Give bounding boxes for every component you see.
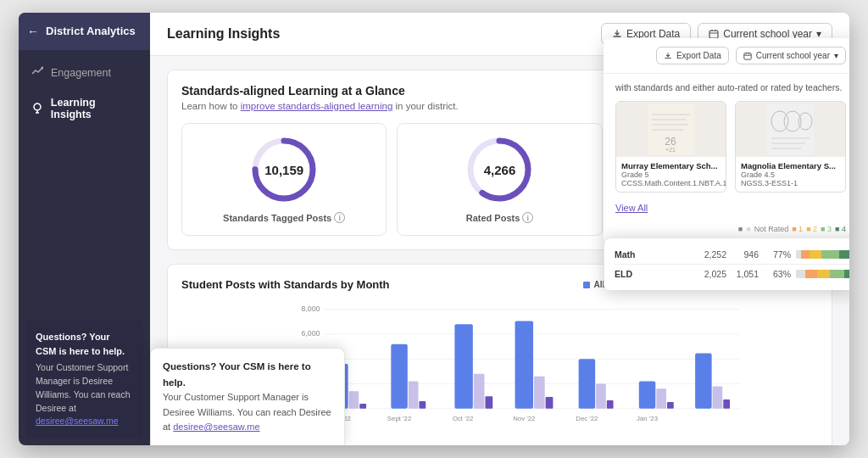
stat-value-0: 10,159 — [264, 163, 303, 177]
table-subject-math: Math — [615, 249, 687, 260]
info-icon-0[interactable]: i — [334, 212, 345, 223]
sidebar-item-learning-insights[interactable]: Learning Insights — [19, 88, 150, 129]
thumbnail-img-1 — [736, 102, 845, 157]
right-chevron-icon: ▾ — [834, 51, 838, 60]
bottom-popup-title: Questions? Your CSM is here to help. — [163, 359, 332, 390]
thumbnail-name-0: Murray Elementary Sch... — [621, 161, 721, 170]
sidebar-nav: Engagement Learning Insights — [19, 50, 150, 313]
thumbnail-info-1: Magnolia Elementary S... Grade 4.5 NGSS.… — [736, 157, 845, 192]
svg-rect-41 — [596, 384, 606, 409]
stat-label-1: Rated Posts i — [466, 212, 534, 223]
stat-value-1: 4,266 — [484, 163, 516, 177]
svg-rect-30 — [419, 401, 426, 409]
page-title: Learning Insights — [167, 26, 280, 42]
svg-rect-25 — [349, 391, 359, 408]
sidebar: ← District Analytics Engagement — [19, 13, 150, 445]
thumbnail-preview-1 — [767, 104, 814, 155]
thumbnail-row: 26 +21 Murray Elementary Sch... Grade 5 … — [615, 101, 846, 193]
svg-rect-29 — [409, 382, 419, 409]
sidebar-item-learning-insights-label: Learning Insights — [51, 97, 138, 120]
mini-bar-math — [796, 250, 849, 259]
right-panel: Export Data Current school year ▾ with s… — [604, 38, 849, 290]
svg-text:Jan '23: Jan '23 — [637, 415, 658, 422]
learning-insights-icon — [31, 102, 44, 116]
legend-dot-all — [583, 282, 590, 288]
svg-text:Sept '22: Sept '22 — [387, 415, 411, 422]
table-row-eld: ELD 2,025 1,051 63% — [615, 264, 849, 283]
right-panel-header: Export Data Current school year ▾ — [604, 38, 849, 74]
svg-rect-51 — [744, 53, 751, 59]
svg-rect-40 — [579, 359, 596, 409]
stat-circle-rated: 4,266 — [465, 136, 533, 204]
thumbnail-name-1: Magnolia Elementary S... — [741, 161, 840, 170]
sidebar-help-email[interactable]: desiree@seesaw.me — [36, 416, 119, 426]
thumbnail-img-0: 26 +21 — [616, 102, 726, 157]
standards-link[interactable]: improve standards-aligned learning — [241, 101, 393, 111]
stat-card-tagged-posts: 10,159 Standards Tagged Posts i — [181, 123, 387, 236]
sidebar-item-engagement-label: Engagement — [51, 67, 111, 79]
svg-text:Nov '22: Nov '22 — [513, 415, 535, 422]
sidebar-title: District Analytics — [46, 25, 136, 38]
stat-label-0: Standards Tagged Posts i — [223, 212, 345, 223]
svg-rect-46 — [667, 402, 674, 409]
thumbnail-standard-1: NGSS.3-ESS1-1 — [741, 179, 840, 187]
thumbnail-grade-1: Grade 4.5 — [741, 170, 840, 179]
bottom-popup: Questions? Your CSM is here to help. You… — [150, 348, 345, 445]
engagement-icon — [31, 65, 44, 80]
thumbnail-card-1: Magnolia Elementary S... Grade 4.5 NGSS.… — [735, 101, 846, 193]
svg-rect-38 — [546, 397, 554, 409]
svg-rect-33 — [474, 374, 485, 409]
sidebar-help-title: Questions? Your CSM is here to help. — [36, 330, 133, 358]
svg-rect-45 — [656, 388, 666, 408]
svg-rect-28 — [391, 344, 408, 409]
thumbnail-info-0: Murray Elementary Sch... Grade 5 CCSS.Ma… — [616, 157, 726, 192]
svg-text:+21: +21 — [665, 147, 676, 153]
svg-text:Dec '22: Dec '22 — [576, 415, 598, 422]
sidebar-item-engagement[interactable]: Engagement — [19, 57, 150, 88]
table-row-math: Math 2,252 946 77% — [615, 245, 849, 264]
thumbnail-standard-0: CCSS.Math.Content.1.NBT.A.1 — [621, 179, 721, 187]
svg-rect-32 — [454, 324, 472, 408]
info-icon-1[interactable]: i — [522, 212, 533, 223]
thumbnail-grade-0: Grade 5 — [621, 170, 721, 179]
chart-title: Student Posts with Standards by Month — [181, 278, 390, 291]
svg-rect-37 — [534, 377, 545, 409]
svg-rect-44 — [639, 382, 656, 409]
svg-text:Oct '22: Oct '22 — [453, 415, 473, 422]
stat-circle-tagged: 10,159 — [250, 136, 318, 204]
right-export-icon — [664, 52, 672, 60]
svg-text:8,000: 8,000 — [302, 304, 320, 313]
bottom-popup-email[interactable]: desiree@seesaw.me — [173, 422, 259, 432]
mini-bar-eld — [796, 270, 849, 278]
right-calendar-icon — [743, 52, 752, 60]
sidebar-help-body: Your Customer Support Manager is Desiree… — [36, 362, 130, 412]
svg-point-1 — [34, 103, 41, 110]
table-popup: Math 2,252 946 77% ELD 2,025 1,051 63% — [604, 237, 849, 290]
svg-rect-50 — [723, 399, 730, 409]
svg-rect-34 — [485, 396, 492, 409]
back-icon: ← — [27, 25, 39, 38]
right-panel-desc: with standards and either auto-rated or … — [615, 82, 846, 92]
svg-rect-26 — [359, 404, 366, 409]
svg-text:6,000: 6,000 — [302, 329, 320, 338]
svg-rect-36 — [515, 321, 533, 408]
sidebar-help-box: Questions? Your CSM is here to help. You… — [25, 320, 143, 438]
thumbnail-preview-0: 26 +21 — [648, 104, 694, 155]
svg-text:26: 26 — [665, 136, 676, 148]
svg-rect-4 — [709, 31, 718, 38]
table-subject-eld: ELD — [615, 269, 687, 279]
sidebar-header[interactable]: ← District Analytics — [19, 13, 150, 50]
svg-rect-42 — [607, 400, 614, 409]
svg-rect-49 — [713, 386, 723, 408]
thumbnail-card-0: 26 +21 Murray Elementary Sch... Grade 5 … — [615, 101, 726, 193]
perf-table-legend: ■■ Not Rated ■ 1 ■ 2 ■ 3 ■ 4 — [615, 225, 846, 233]
svg-rect-48 — [695, 353, 712, 408]
stat-card-rated-posts: 4,266 Rated Posts i — [397, 123, 602, 236]
right-export-button[interactable]: Export Data — [656, 47, 729, 64]
view-all-link[interactable]: View All — [615, 203, 846, 213]
right-period-selector[interactable]: Current school year ▾ — [736, 47, 846, 64]
